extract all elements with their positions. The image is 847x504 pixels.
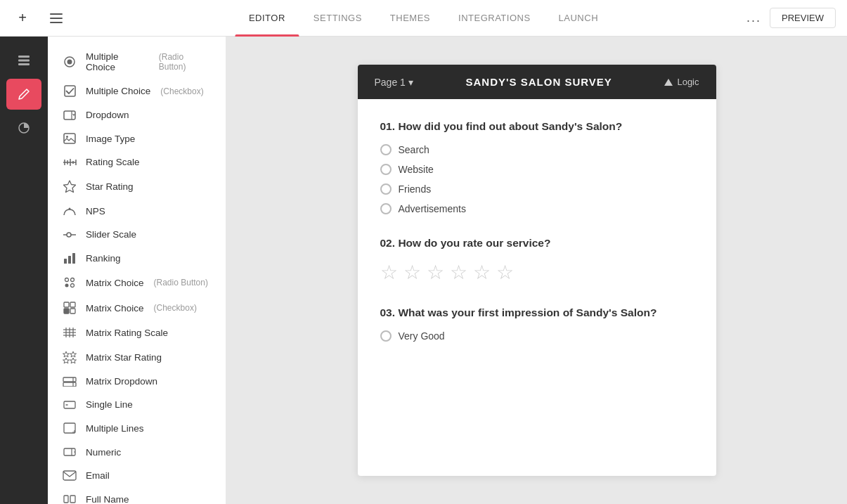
sidebar-item-dropdown[interactable]: Dropdown bbox=[48, 103, 226, 127]
radio-circle bbox=[380, 183, 392, 195]
sidebar-item-image-type[interactable]: Image Type bbox=[48, 127, 226, 150]
sidebar-item-matrix-dropdown[interactable]: Matrix Dropdown bbox=[48, 370, 226, 393]
numeric-icon bbox=[62, 446, 77, 458]
radio-circle bbox=[380, 330, 392, 342]
sidebar-item-full-name[interactable]: Full Name bbox=[48, 487, 226, 504]
question-2-text: 02. How do you rate our service? bbox=[380, 237, 694, 250]
star-rating-row[interactable]: ☆ ☆ ☆ ☆ ☆ ☆ bbox=[380, 261, 694, 284]
survey-title: SANDY'S SALON SURVEY bbox=[413, 76, 665, 88]
more-options-button[interactable]: ... bbox=[746, 11, 761, 25]
svg-point-5 bbox=[67, 60, 72, 65]
multiple-lines-icon bbox=[62, 422, 77, 434]
sidebar-item-email[interactable]: Email bbox=[48, 464, 226, 487]
sidebar-item-multiple-choice-checkbox[interactable]: Multiple Choice (Checkbox) bbox=[48, 79, 226, 103]
svg-point-20 bbox=[67, 233, 71, 237]
sidebar-item-slider-scale[interactable]: Slider Scale bbox=[48, 223, 226, 246]
svg-rect-1 bbox=[18, 60, 30, 62]
preview-button[interactable]: PREVIEW bbox=[770, 8, 836, 28]
add-button[interactable]: + bbox=[11, 7, 34, 30]
option-very-good[interactable]: Very Good bbox=[380, 330, 694, 342]
svg-rect-9 bbox=[64, 134, 75, 143]
star-1[interactable]: ☆ bbox=[380, 261, 398, 284]
star-3[interactable]: ☆ bbox=[427, 261, 444, 284]
option-website[interactable]: Website bbox=[380, 164, 694, 175]
svg-rect-21 bbox=[64, 259, 67, 264]
option-search[interactable]: Search bbox=[380, 144, 694, 155]
svg-rect-30 bbox=[64, 309, 69, 314]
sidebar-icon-form[interactable] bbox=[6, 45, 41, 76]
question-3-text: 03. What was your first impression of Sa… bbox=[380, 306, 694, 319]
sidebar-item-single-line[interactable]: Single Line bbox=[48, 393, 226, 416]
sidebar-item-rating-scale[interactable]: Rating Scale bbox=[48, 150, 226, 174]
svg-point-24 bbox=[65, 278, 69, 282]
matrix-rating-icon bbox=[62, 327, 77, 338]
tab-launch[interactable]: LAUNCH bbox=[545, 0, 612, 37]
checkbox-icon bbox=[62, 85, 77, 97]
matrix-dropdown-icon bbox=[62, 377, 77, 387]
top-navigation: + EDITOR SETTINGS THEMES INTEGRATIONS LA… bbox=[0, 0, 847, 37]
star-4[interactable]: ☆ bbox=[450, 261, 467, 284]
svg-rect-28 bbox=[64, 302, 69, 307]
dropdown-icon bbox=[62, 110, 77, 120]
radio-circle bbox=[380, 203, 392, 214]
sidebar-item-nps[interactable]: NPS bbox=[48, 199, 226, 223]
question-3: 03. What was your first impression of Sa… bbox=[380, 306, 694, 342]
sidebar-item-matrix-choice-radio[interactable]: Matrix Choice (Radio Button) bbox=[48, 270, 226, 295]
sidebar-icon-edit[interactable] bbox=[6, 79, 41, 110]
logic-icon bbox=[664, 79, 673, 86]
tab-integrations[interactable]: INTEGRATIONS bbox=[444, 0, 545, 37]
svg-point-26 bbox=[65, 284, 69, 287]
sidebar-item-star-rating[interactable]: Star Rating bbox=[48, 174, 226, 199]
svg-point-27 bbox=[71, 284, 75, 287]
survey-header: Page 1 ▾ SANDY'S SALON SURVEY Logic bbox=[358, 65, 716, 99]
survey-page-selector[interactable]: Page 1 ▾ bbox=[375, 77, 413, 88]
sidebar-icon-analytics[interactable] bbox=[6, 112, 41, 143]
fullname-icon bbox=[62, 493, 77, 504]
rating-scale-icon bbox=[62, 157, 77, 167]
svg-rect-31 bbox=[70, 309, 75, 314]
star-icon bbox=[62, 180, 77, 193]
tab-themes[interactable]: THEMES bbox=[376, 0, 444, 37]
star-6[interactable]: ☆ bbox=[496, 261, 514, 284]
radio-circle bbox=[380, 144, 392, 155]
svg-marker-17 bbox=[64, 181, 76, 193]
svg-marker-38 bbox=[63, 351, 70, 357]
svg-point-18 bbox=[69, 208, 71, 210]
email-icon bbox=[62, 470, 77, 481]
sidebar-item-multiple-lines[interactable]: Multiple Lines bbox=[48, 416, 226, 440]
sidebar-item-ranking[interactable]: Ranking bbox=[48, 246, 226, 270]
main-layout: Multiple Choice (Radio Button) Multiple … bbox=[0, 37, 847, 504]
radio-circle bbox=[380, 164, 392, 175]
svg-rect-53 bbox=[64, 496, 68, 503]
option-advertisements[interactable]: Advertisements bbox=[380, 203, 694, 214]
svg-rect-52 bbox=[63, 471, 76, 480]
tab-editor[interactable]: EDITOR bbox=[235, 0, 299, 37]
sidebar-item-matrix-star-rating[interactable]: Matrix Star Rating bbox=[48, 344, 226, 370]
survey-card: Page 1 ▾ SANDY'S SALON SURVEY Logic 01. … bbox=[358, 65, 716, 476]
star-2[interactable]: ☆ bbox=[403, 261, 421, 284]
survey-body: 01. How did you find out about Sandy's S… bbox=[358, 99, 716, 385]
tab-settings[interactable]: SETTINGS bbox=[299, 0, 376, 37]
logic-button[interactable]: Logic bbox=[664, 77, 699, 87]
star-5[interactable]: ☆ bbox=[473, 261, 491, 284]
component-sidebar: Multiple Choice (Radio Button) Multiple … bbox=[48, 37, 226, 504]
slider-icon bbox=[62, 231, 77, 238]
svg-rect-42 bbox=[63, 377, 76, 382]
menu-button[interactable] bbox=[45, 7, 67, 30]
radio-button-icon bbox=[62, 56, 77, 68]
option-friends[interactable]: Friends bbox=[380, 183, 694, 195]
sidebar-item-matrix-rating-scale[interactable]: Matrix Rating Scale bbox=[48, 321, 226, 344]
svg-rect-0 bbox=[18, 56, 30, 58]
content-area: Page 1 ▾ SANDY'S SALON SURVEY Logic 01. … bbox=[226, 37, 847, 504]
svg-point-25 bbox=[71, 278, 75, 282]
matrix-checkbox-icon bbox=[62, 302, 77, 314]
svg-point-10 bbox=[66, 136, 68, 138]
svg-rect-43 bbox=[63, 382, 76, 387]
svg-marker-39 bbox=[70, 351, 77, 357]
sidebar-item-matrix-choice-checkbox[interactable]: Matrix Choice (Checkbox) bbox=[48, 295, 226, 321]
sidebar-item-multiple-choice-radio[interactable]: Multiple Choice (Radio Button) bbox=[48, 45, 226, 79]
sidebar-item-numeric[interactable]: Numeric bbox=[48, 440, 226, 464]
svg-rect-22 bbox=[68, 256, 71, 264]
question-1-text: 01. How did you find out about Sandy's S… bbox=[380, 120, 694, 133]
matrix-star-icon bbox=[62, 351, 77, 363]
